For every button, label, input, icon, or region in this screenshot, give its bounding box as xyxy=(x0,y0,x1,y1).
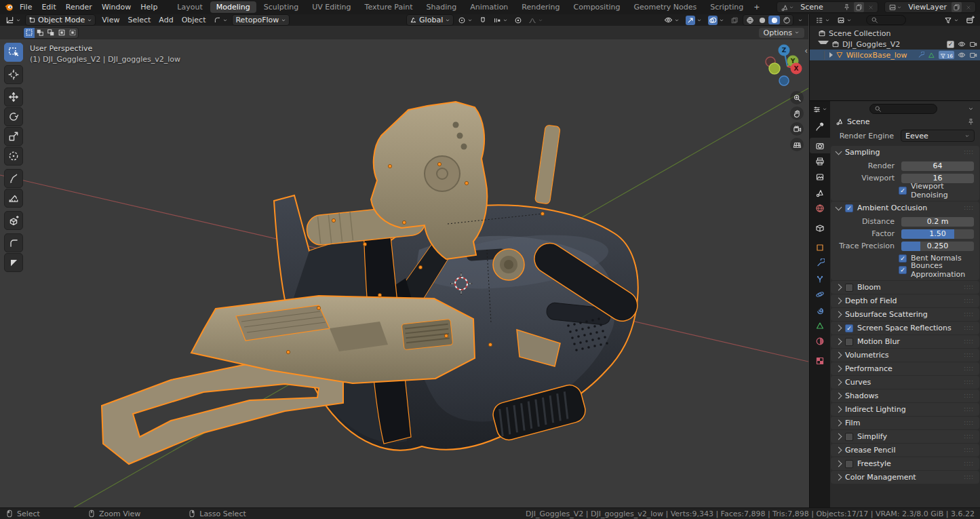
tool-cursor-icon[interactable] xyxy=(4,65,23,84)
outliner-search-input[interactable] xyxy=(866,15,906,25)
panel-header-bloom[interactable]: Bloom:::: xyxy=(831,281,979,294)
properties-tab-output[interactable] xyxy=(810,153,830,169)
tool-add-cube-icon[interactable] xyxy=(4,211,23,230)
rendered-icon[interactable] xyxy=(781,16,792,24)
select-intersect-icon[interactable] xyxy=(67,28,78,38)
select-extend-icon[interactable] xyxy=(35,28,45,38)
show-overlays-dropdown[interactable] xyxy=(706,16,726,25)
snap-toggle-button[interactable] xyxy=(477,16,489,25)
pin-icon[interactable] xyxy=(967,118,975,126)
checkbox[interactable]: ✓ xyxy=(845,324,853,332)
panel-header-motion-blur[interactable]: Motion Blur:::: xyxy=(831,335,979,348)
viewport-menu-view[interactable]: View xyxy=(98,15,123,25)
editor-type-button[interactable] xyxy=(3,16,23,25)
menu-window[interactable]: Window xyxy=(97,1,136,13)
panel-grip[interactable]: :::: xyxy=(964,420,974,426)
duplicate-icon[interactable] xyxy=(854,2,864,12)
slider-trace-precision[interactable]: 0.250 xyxy=(901,242,974,251)
properties-tab-texture[interactable] xyxy=(810,353,830,368)
material-icon[interactable] xyxy=(768,16,780,24)
properties-tab-world[interactable] xyxy=(810,200,830,216)
workspace-tab-rendering[interactable]: Rendering xyxy=(515,1,566,13)
panel-header-performance[interactable]: Performance:::: xyxy=(831,362,979,375)
snap-with-dropdown[interactable] xyxy=(491,16,510,25)
workspace-tab-uv-editing[interactable]: UV Editing xyxy=(306,1,357,13)
exclude-checkbox[interactable]: ✓ xyxy=(947,41,954,48)
properties-tab-tool[interactable] xyxy=(810,118,830,134)
properties-tab-collection[interactable] xyxy=(810,220,830,235)
properties-tab-constraints[interactable] xyxy=(810,302,830,318)
xray-toggle-button[interactable] xyxy=(728,16,741,25)
workspace-tab-texture-paint[interactable]: Texture Paint xyxy=(359,1,419,13)
panel-header-depth-of-field[interactable]: Depth of Field:::: xyxy=(831,294,979,307)
checkbox[interactable] xyxy=(845,338,853,346)
viewport-menu-object[interactable]: Object xyxy=(178,15,210,25)
fallback-tool-dropdown[interactable] xyxy=(212,16,230,25)
transform-orientation-dropdown[interactable]: Global xyxy=(406,14,454,26)
wireframe-icon[interactable] xyxy=(744,16,756,24)
tool-rotate-icon[interactable] xyxy=(4,107,23,126)
viewport-3d[interactable]: Z Y X Options User Perspective (1) DJI_G… xyxy=(0,26,808,507)
slider-factor[interactable]: 1.50 xyxy=(901,229,974,239)
nav-pan-icon[interactable] xyxy=(790,107,804,120)
view-layer-selector[interactable]: ViewLayer xyxy=(884,1,976,13)
select-subtract-icon[interactable] xyxy=(45,28,56,38)
properties-tab-particles[interactable] xyxy=(810,271,830,286)
properties-tab-scene[interactable] xyxy=(810,185,830,200)
retopoflow-menu[interactable]: RetopoFlow xyxy=(232,14,290,26)
tool-scale-icon[interactable] xyxy=(4,127,23,146)
properties-editor-type-button[interactable] xyxy=(812,103,827,115)
panel-grip[interactable]: :::: xyxy=(964,366,974,372)
outliner-filter-dropdown[interactable] xyxy=(942,16,961,25)
checkbox[interactable] xyxy=(845,284,853,292)
tool-select-box-icon[interactable] xyxy=(4,43,23,62)
panel-header-ambient-occlusion[interactable]: ✓Ambient Occlusion:::: xyxy=(831,201,979,214)
panel-header-simplify[interactable]: Simplify:::: xyxy=(831,430,979,443)
checkbox[interactable]: ✓ xyxy=(899,254,907,263)
panel-header-film[interactable]: Film:::: xyxy=(831,417,979,429)
field-value-render[interactable]: 64 xyxy=(901,161,974,171)
properties-tab-material[interactable] xyxy=(810,333,830,349)
eye-icon[interactable] xyxy=(958,40,966,48)
eye-icon[interactable] xyxy=(958,51,966,59)
scene-name[interactable]: Scene xyxy=(798,3,840,12)
panel-grip[interactable]: :::: xyxy=(964,474,974,480)
panel-grip[interactable]: :::: xyxy=(964,461,974,467)
panel-header-shadows[interactable]: Shadows:::: xyxy=(831,389,979,402)
nav-camera-view-icon[interactable] xyxy=(790,122,804,136)
panel-grip[interactable]: :::: xyxy=(964,406,974,412)
panel-header-volumetrics[interactable]: Volumetrics:::: xyxy=(831,349,979,362)
tool-measure-icon[interactable] xyxy=(4,189,23,208)
panel-header-screen-space-reflections[interactable]: ✓Screen Space Reflections:::: xyxy=(831,322,979,334)
panel-grip[interactable]: :::: xyxy=(964,379,974,385)
panel-grip[interactable]: :::: xyxy=(964,311,974,318)
properties-tab-object[interactable] xyxy=(810,239,830,255)
gizmo-axis-neg-y[interactable] xyxy=(769,63,780,74)
tool-transform-icon[interactable] xyxy=(4,147,23,166)
workspace-tab-modeling[interactable]: Modeling xyxy=(210,1,256,13)
camera-icon[interactable] xyxy=(969,51,977,59)
tool-move-icon[interactable] xyxy=(4,88,23,107)
gizmo-axis-neg-z[interactable] xyxy=(779,76,789,85)
checkbox[interactable]: ✓ xyxy=(845,204,853,212)
navigation-gizmo[interactable]: Z Y X xyxy=(766,45,802,86)
workspace-tab-animation[interactable]: Animation xyxy=(464,1,514,13)
show-gizmo-dropdown[interactable] xyxy=(684,16,704,25)
properties-search-input[interactable] xyxy=(869,104,937,114)
viewport-menu-select[interactable]: Select xyxy=(123,15,155,25)
properties-tab-viewlayer[interactable] xyxy=(810,169,830,185)
menu-edit[interactable]: Edit xyxy=(37,1,60,13)
shading-dropdown[interactable] xyxy=(796,16,805,25)
close-icon[interactable] xyxy=(866,2,876,12)
tool-corner-fill-icon[interactable] xyxy=(4,253,23,272)
outliner-row-dji-goggles[interactable]: DJI_Goggles_V2 ✓ xyxy=(810,39,980,50)
falloff-dropdown[interactable] xyxy=(526,16,545,25)
viewport-menu-add[interactable]: Add xyxy=(155,15,177,25)
panel-grip[interactable]: :::: xyxy=(964,149,974,155)
proportional-editing-button[interactable] xyxy=(512,16,524,25)
panel-grip[interactable]: :::: xyxy=(964,447,974,453)
object-visibility-dropdown[interactable] xyxy=(662,16,682,25)
mode-dropdown[interactable]: Object Mode xyxy=(25,14,96,26)
disclosure-collapsed-icon[interactable] xyxy=(829,52,833,58)
triangle-data-icon[interactable] xyxy=(928,52,935,59)
